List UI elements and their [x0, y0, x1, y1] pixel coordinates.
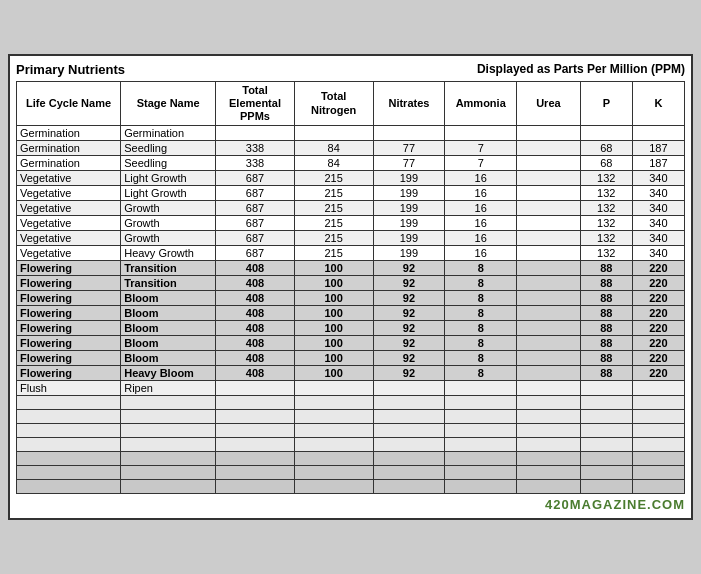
table-cell	[517, 171, 581, 186]
empty-cell	[294, 396, 373, 410]
table-cell: Ripen	[121, 381, 216, 396]
empty-cell	[517, 466, 581, 480]
table-cell: 220	[632, 321, 684, 336]
table-cell: 100	[294, 261, 373, 276]
table-cell	[294, 126, 373, 141]
table-cell: 132	[580, 201, 632, 216]
table-cell: Flowering	[17, 261, 121, 276]
empty-cell	[294, 466, 373, 480]
table-cell: 408	[216, 261, 295, 276]
empty-cell	[17, 438, 121, 452]
table-cell: Transition	[121, 261, 216, 276]
table-cell	[373, 126, 445, 141]
table-cell: 340	[632, 216, 684, 231]
table-cell: Vegetative	[17, 231, 121, 246]
table-cell: 220	[632, 336, 684, 351]
header: Primary Nutrients Displayed as Parts Per…	[16, 62, 685, 77]
empty-cell	[17, 396, 121, 410]
empty-cell	[632, 396, 684, 410]
table-cell	[517, 336, 581, 351]
table-cell: 687	[216, 171, 295, 186]
empty-cell	[216, 438, 295, 452]
empty-cell	[373, 466, 445, 480]
table-cell: 92	[373, 351, 445, 366]
table-cell: 8	[445, 351, 517, 366]
table-cell: Vegetative	[17, 216, 121, 231]
table-cell: 338	[216, 156, 295, 171]
table-cell: 7	[445, 156, 517, 171]
empty-cell	[294, 480, 373, 494]
empty-cell	[373, 410, 445, 424]
table-cell: Transition	[121, 276, 216, 291]
table-cell	[517, 126, 581, 141]
table-cell: Bloom	[121, 321, 216, 336]
table-cell	[632, 381, 684, 396]
empty-cell	[373, 452, 445, 466]
table-cell: Bloom	[121, 291, 216, 306]
empty-cell	[17, 452, 121, 466]
table-cell: 408	[216, 336, 295, 351]
table-cell	[445, 126, 517, 141]
table-cell: 88	[580, 336, 632, 351]
table-cell: 92	[373, 336, 445, 351]
empty-cell	[121, 424, 216, 438]
table-cell: 408	[216, 351, 295, 366]
table-cell: Growth	[121, 231, 216, 246]
table-cell: 220	[632, 366, 684, 381]
table-cell	[517, 201, 581, 216]
table-cell: 220	[632, 306, 684, 321]
table-cell: 16	[445, 186, 517, 201]
empty-cell	[373, 424, 445, 438]
table-cell: 92	[373, 261, 445, 276]
table-cell: 88	[580, 351, 632, 366]
table-cell: 340	[632, 171, 684, 186]
table-cell: 340	[632, 201, 684, 216]
empty-cell	[216, 396, 295, 410]
table-cell: Flowering	[17, 291, 121, 306]
table-cell: 88	[580, 366, 632, 381]
table-cell: Growth	[121, 201, 216, 216]
table-cell: 199	[373, 201, 445, 216]
col-p: P	[580, 81, 632, 126]
empty-cell	[17, 466, 121, 480]
empty-cell	[517, 396, 581, 410]
table-cell: 16	[445, 171, 517, 186]
table-cell: 215	[294, 201, 373, 216]
table-cell: Germination	[17, 126, 121, 141]
table-cell: 100	[294, 336, 373, 351]
table-cell: Germination	[121, 126, 216, 141]
table-cell: 408	[216, 366, 295, 381]
empty-cell	[216, 480, 295, 494]
table-cell: Heavy Growth	[121, 246, 216, 261]
table-cell: 408	[216, 321, 295, 336]
empty-cell	[445, 480, 517, 494]
table-cell: 8	[445, 261, 517, 276]
table-cell	[517, 141, 581, 156]
table-cell: 132	[580, 216, 632, 231]
main-container: Primary Nutrients Displayed as Parts Per…	[8, 54, 693, 521]
table-cell: Flowering	[17, 276, 121, 291]
col-k: K	[632, 81, 684, 126]
table-cell: Flowering	[17, 351, 121, 366]
table-cell: 88	[580, 276, 632, 291]
table-cell: 199	[373, 171, 445, 186]
table-cell	[517, 276, 581, 291]
empty-cell	[294, 452, 373, 466]
empty-cell	[121, 438, 216, 452]
col-nitrates: Nitrates	[373, 81, 445, 126]
table-cell: 8	[445, 306, 517, 321]
table-cell: 100	[294, 366, 373, 381]
empty-cell	[580, 480, 632, 494]
table-cell: Flush	[17, 381, 121, 396]
empty-cell	[580, 396, 632, 410]
table-cell: Flowering	[17, 336, 121, 351]
col-stage: Stage Name	[121, 81, 216, 126]
table-cell	[517, 231, 581, 246]
table-cell: 215	[294, 246, 373, 261]
table-cell: 68	[580, 156, 632, 171]
table-cell: 220	[632, 261, 684, 276]
empty-cell	[216, 466, 295, 480]
empty-cell	[517, 452, 581, 466]
empty-cell	[294, 410, 373, 424]
table-cell: 100	[294, 351, 373, 366]
